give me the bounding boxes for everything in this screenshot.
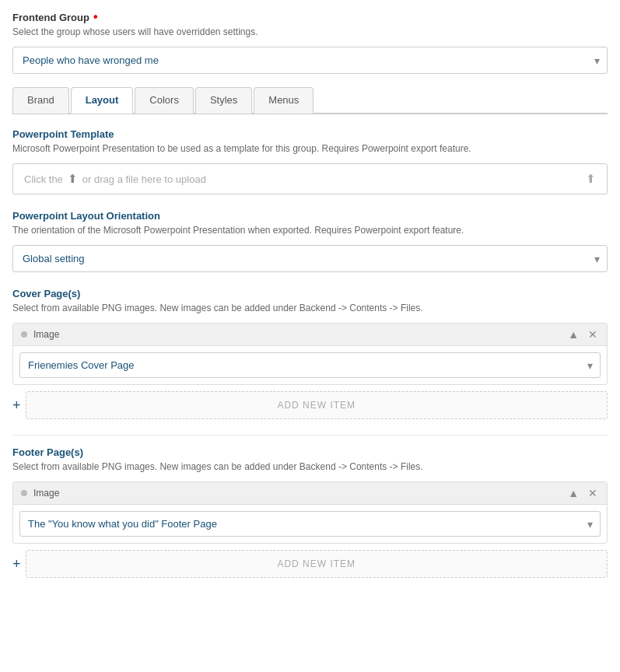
footer-image-header-left: Image <box>21 488 59 499</box>
orientation-select[interactable]: Global setting <box>12 245 608 272</box>
footer-card-close-button[interactable]: ✕ <box>587 487 599 499</box>
tab-brand[interactable]: Brand <box>12 87 69 114</box>
header-title: Frontend Group • <box>12 11 608 23</box>
footer-add-new-item-box[interactable]: ADD NEW ITEM <box>26 550 608 578</box>
footer-add-plus-button[interactable]: + <box>12 557 21 571</box>
footer-drag-handle-dot <box>21 490 27 496</box>
cover-card-close-button[interactable]: ✕ <box>587 328 599 341</box>
page-wrapper: Frontend Group • Select the group whose … <box>0 0 620 672</box>
cover-pages-title: Cover Page(s) <box>12 288 608 299</box>
upload-area[interactable]: Click the ⬆ or drag a file here to uploa… <box>12 163 608 194</box>
footer-card-up-button[interactable]: ▲ <box>566 487 580 499</box>
cover-image-header-left: Image <box>21 329 59 340</box>
tab-layout[interactable]: Layout <box>71 87 134 114</box>
tab-colors[interactable]: Colors <box>135 87 194 114</box>
header-subtitle: Select the group whose users will have o… <box>12 26 608 37</box>
drag-handle-dot <box>21 331 27 338</box>
cover-card-header-icons: ▲ ✕ <box>566 328 599 341</box>
powerpoint-template-section: Powerpoint Template Microsoft Powerpoint… <box>12 128 608 194</box>
footer-add-new-row: + ADD NEW ITEM <box>12 550 608 578</box>
upload-inline-icon: ⬆ <box>68 172 78 186</box>
cover-pages-desc: Select from available PNG images. New im… <box>12 303 608 313</box>
tab-menus[interactable]: Menus <box>254 87 314 114</box>
powerpoint-template-desc: Microsoft Powerpoint Presentation to be … <box>12 143 608 154</box>
required-dot: • <box>93 11 98 23</box>
group-select[interactable]: People who have wronged me <box>12 47 608 74</box>
orientation-desc: The orientation of the Microsoft Powerpo… <box>12 225 608 236</box>
cover-image-card-body: Frienemies Cover Page ▾ <box>13 346 607 384</box>
footer-image-dropdown-wrapper: The "You know what you did" Footer Page … <box>19 511 601 537</box>
upload-button-icon[interactable]: ⬆ <box>586 172 596 186</box>
cover-add-new-item-box[interactable]: ADD NEW ITEM <box>26 391 608 419</box>
cover-image-label: Image <box>33 329 59 340</box>
upload-click-text: Click the <box>24 173 63 185</box>
cover-image-select[interactable]: Frienemies Cover Page <box>19 352 601 378</box>
page-title: Frontend Group <box>12 12 89 23</box>
upload-area-left: Click the ⬆ or drag a file here to uploa… <box>24 172 206 186</box>
cover-add-new-row: + ADD NEW ITEM <box>12 391 608 419</box>
orientation-title: Powerpoint Layout Orientation <box>12 210 608 222</box>
footer-pages-section: Footer Page(s) Select from available PNG… <box>12 446 608 578</box>
cover-card-up-button[interactable]: ▲ <box>566 328 580 341</box>
footer-image-label: Image <box>33 488 59 499</box>
powerpoint-orientation-section: Powerpoint Layout Orientation The orient… <box>12 210 608 272</box>
upload-drag-text: or drag a file here to upload <box>82 173 206 185</box>
cover-pages-section: Cover Page(s) Select from available PNG … <box>12 288 608 419</box>
footer-card-header-icons: ▲ ✕ <box>566 487 599 499</box>
footer-pages-title: Footer Page(s) <box>12 446 608 458</box>
footer-image-card: Image ▲ ✕ The "You know what you did" Fo… <box>12 481 608 544</box>
group-select-wrapper: People who have wronged me ▾ <box>12 47 608 74</box>
cover-image-dropdown-wrapper: Frienemies Cover Page ▾ <box>19 352 601 378</box>
powerpoint-template-title: Powerpoint Template <box>12 128 608 140</box>
footer-image-card-body: The "You know what you did" Footer Page … <box>13 505 607 543</box>
footer-image-select[interactable]: The "You know what you did" Footer Page <box>19 511 601 537</box>
tab-styles[interactable]: Styles <box>195 87 252 114</box>
orientation-select-wrapper: Global setting ▾ <box>12 245 608 272</box>
section-divider <box>12 435 608 436</box>
cover-image-card-header: Image ▲ ✕ <box>13 324 607 346</box>
footer-image-card-header: Image ▲ ✕ <box>13 482 607 505</box>
tabs-row: Brand Layout Colors Styles Menus <box>12 86 608 114</box>
cover-add-plus-button[interactable]: + <box>12 398 21 412</box>
cover-image-card: Image ▲ ✕ Frienemies Cover Page ▾ <box>12 323 608 385</box>
footer-pages-desc: Select from available PNG images. New im… <box>12 461 608 472</box>
